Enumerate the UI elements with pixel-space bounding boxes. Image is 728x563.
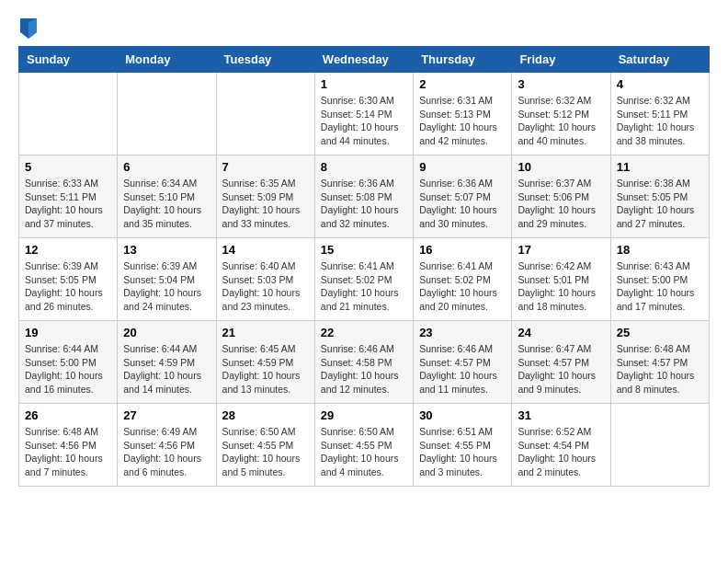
calendar-cell: 23Sunrise: 6:46 AMSunset: 4:57 PMDayligh… bbox=[414, 321, 512, 404]
calendar-cell: 15Sunrise: 6:41 AMSunset: 5:02 PMDayligh… bbox=[314, 238, 413, 321]
day-number: 12 bbox=[25, 243, 111, 257]
day-info: Sunrise: 6:33 AMSunset: 5:11 PMDaylight:… bbox=[25, 177, 111, 231]
day-header-monday: Monday bbox=[118, 47, 216, 73]
week-row-3: 12Sunrise: 6:39 AMSunset: 5:05 PMDayligh… bbox=[19, 238, 710, 321]
day-info: Sunrise: 6:39 AMSunset: 5:05 PMDaylight:… bbox=[25, 259, 111, 314]
day-info: Sunrise: 6:46 AMSunset: 4:58 PMDaylight:… bbox=[321, 342, 407, 396]
day-number: 17 bbox=[518, 243, 604, 257]
calendar-cell: 22Sunrise: 6:46 AMSunset: 4:58 PMDayligh… bbox=[314, 321, 413, 404]
calendar-cell: 3Sunrise: 6:32 AMSunset: 5:12 PMDaylight… bbox=[512, 73, 610, 155]
day-number: 7 bbox=[222, 160, 309, 174]
day-info: Sunrise: 6:50 AMSunset: 4:55 PMDaylight:… bbox=[222, 425, 309, 479]
day-info: Sunrise: 6:47 AMSunset: 4:57 PMDaylight:… bbox=[518, 342, 604, 396]
day-info: Sunrise: 6:38 AMSunset: 5:05 PMDaylight:… bbox=[617, 177, 703, 231]
day-number: 11 bbox=[617, 160, 703, 174]
day-info: Sunrise: 6:32 AMSunset: 5:11 PMDaylight:… bbox=[617, 94, 703, 148]
day-number: 5 bbox=[25, 160, 111, 174]
day-info: Sunrise: 6:30 AMSunset: 5:14 PMDaylight:… bbox=[321, 94, 407, 148]
calendar-cell: 28Sunrise: 6:50 AMSunset: 4:55 PMDayligh… bbox=[216, 404, 314, 487]
calendar-cell: 13Sunrise: 6:39 AMSunset: 5:04 PMDayligh… bbox=[118, 238, 216, 321]
calendar-cell: 5Sunrise: 6:33 AMSunset: 5:11 PMDaylight… bbox=[19, 155, 118, 238]
day-info: Sunrise: 6:50 AMSunset: 4:55 PMDaylight:… bbox=[321, 425, 407, 479]
day-number: 23 bbox=[419, 326, 506, 339]
calendar-cell: 27Sunrise: 6:49 AMSunset: 4:56 PMDayligh… bbox=[118, 404, 216, 487]
day-number: 4 bbox=[617, 77, 703, 91]
calendar-cell: 4Sunrise: 6:32 AMSunset: 5:11 PMDaylight… bbox=[610, 73, 709, 155]
calendar-cell: 19Sunrise: 6:44 AMSunset: 5:00 PMDayligh… bbox=[19, 321, 118, 404]
day-info: Sunrise: 6:39 AMSunset: 5:04 PMDaylight:… bbox=[123, 259, 210, 314]
day-info: Sunrise: 6:35 AMSunset: 5:09 PMDaylight:… bbox=[222, 177, 309, 231]
day-number: 24 bbox=[518, 326, 604, 339]
week-row-2: 5Sunrise: 6:33 AMSunset: 5:11 PMDaylight… bbox=[19, 155, 710, 238]
calendar-cell: 8Sunrise: 6:36 AMSunset: 5:08 PMDaylight… bbox=[314, 155, 413, 238]
calendar-cell: 20Sunrise: 6:44 AMSunset: 4:59 PMDayligh… bbox=[118, 321, 216, 404]
calendar-cell: 24Sunrise: 6:47 AMSunset: 4:57 PMDayligh… bbox=[512, 321, 610, 404]
day-info: Sunrise: 6:36 AMSunset: 5:07 PMDaylight:… bbox=[419, 177, 506, 231]
day-number: 6 bbox=[123, 160, 210, 174]
day-number: 15 bbox=[321, 243, 407, 257]
calendar-cell: 29Sunrise: 6:50 AMSunset: 4:55 PMDayligh… bbox=[314, 404, 413, 487]
day-info: Sunrise: 6:41 AMSunset: 5:02 PMDaylight:… bbox=[321, 259, 407, 314]
day-header-thursday: Thursday bbox=[414, 47, 512, 73]
calendar-cell: 11Sunrise: 6:38 AMSunset: 5:05 PMDayligh… bbox=[610, 155, 709, 238]
calendar-cell: 21Sunrise: 6:45 AMSunset: 4:59 PMDayligh… bbox=[216, 321, 314, 404]
day-info: Sunrise: 6:41 AMSunset: 5:02 PMDaylight:… bbox=[419, 259, 506, 314]
calendar-cell: 6Sunrise: 6:34 AMSunset: 5:10 PMDaylight… bbox=[118, 155, 216, 238]
calendar-cell: 12Sunrise: 6:39 AMSunset: 5:05 PMDayligh… bbox=[19, 238, 118, 321]
calendar-cell: 31Sunrise: 6:52 AMSunset: 4:54 PMDayligh… bbox=[512, 404, 610, 487]
day-info: Sunrise: 6:32 AMSunset: 5:12 PMDaylight:… bbox=[518, 94, 604, 148]
week-row-5: 26Sunrise: 6:48 AMSunset: 4:56 PMDayligh… bbox=[19, 404, 710, 487]
day-number: 13 bbox=[123, 243, 210, 257]
day-number: 10 bbox=[518, 160, 604, 174]
day-info: Sunrise: 6:49 AMSunset: 4:56 PMDaylight:… bbox=[123, 425, 210, 479]
calendar-cell: 25Sunrise: 6:48 AMSunset: 4:57 PMDayligh… bbox=[610, 321, 709, 404]
day-number: 3 bbox=[518, 77, 604, 91]
day-number: 31 bbox=[518, 408, 604, 422]
day-header-saturday: Saturday bbox=[610, 47, 709, 73]
day-number: 18 bbox=[617, 243, 703, 257]
day-number: 25 bbox=[617, 326, 703, 339]
logo-icon bbox=[20, 18, 37, 39]
calendar-cell: 2Sunrise: 6:31 AMSunset: 5:13 PMDaylight… bbox=[414, 73, 512, 155]
calendar-cell bbox=[610, 404, 709, 487]
day-info: Sunrise: 6:37 AMSunset: 5:06 PMDaylight:… bbox=[518, 177, 604, 231]
day-number: 29 bbox=[321, 408, 407, 422]
week-row-4: 19Sunrise: 6:44 AMSunset: 5:00 PMDayligh… bbox=[19, 321, 710, 404]
calendar-cell: 10Sunrise: 6:37 AMSunset: 5:06 PMDayligh… bbox=[512, 155, 610, 238]
day-number: 1 bbox=[321, 77, 407, 91]
calendar-cell: 7Sunrise: 6:35 AMSunset: 5:09 PMDaylight… bbox=[216, 155, 314, 238]
day-info: Sunrise: 6:31 AMSunset: 5:13 PMDaylight:… bbox=[419, 94, 506, 148]
day-info: Sunrise: 6:44 AMSunset: 5:00 PMDaylight:… bbox=[25, 342, 111, 396]
day-number: 27 bbox=[123, 408, 210, 422]
day-header-friday: Friday bbox=[512, 47, 610, 73]
day-header-sunday: Sunday bbox=[19, 47, 118, 73]
day-number: 16 bbox=[419, 243, 506, 257]
day-info: Sunrise: 6:42 AMSunset: 5:01 PMDaylight:… bbox=[518, 259, 604, 314]
calendar-cell: 14Sunrise: 6:40 AMSunset: 5:03 PMDayligh… bbox=[216, 238, 314, 321]
calendar-cell: 17Sunrise: 6:42 AMSunset: 5:01 PMDayligh… bbox=[512, 238, 610, 321]
day-header-tuesday: Tuesday bbox=[216, 47, 314, 73]
calendar-cell bbox=[19, 73, 118, 155]
calendar-cell bbox=[118, 73, 216, 155]
day-info: Sunrise: 6:45 AMSunset: 4:59 PMDaylight:… bbox=[222, 342, 309, 396]
day-number: 14 bbox=[222, 243, 309, 257]
day-number: 21 bbox=[222, 326, 309, 339]
calendar-cell: 18Sunrise: 6:43 AMSunset: 5:00 PMDayligh… bbox=[610, 238, 709, 321]
day-info: Sunrise: 6:40 AMSunset: 5:03 PMDaylight:… bbox=[222, 259, 309, 314]
day-number: 9 bbox=[419, 160, 506, 174]
day-number: 8 bbox=[321, 160, 407, 174]
day-info: Sunrise: 6:52 AMSunset: 4:54 PMDaylight:… bbox=[518, 425, 604, 479]
day-header-wednesday: Wednesday bbox=[314, 47, 413, 73]
day-info: Sunrise: 6:44 AMSunset: 4:59 PMDaylight:… bbox=[123, 342, 210, 396]
calendar-cell: 9Sunrise: 6:36 AMSunset: 5:07 PMDaylight… bbox=[414, 155, 512, 238]
calendar-cell bbox=[216, 73, 314, 155]
day-info: Sunrise: 6:48 AMSunset: 4:57 PMDaylight:… bbox=[617, 342, 703, 396]
calendar-cell: 16Sunrise: 6:41 AMSunset: 5:02 PMDayligh… bbox=[414, 238, 512, 321]
day-info: Sunrise: 6:46 AMSunset: 4:57 PMDaylight:… bbox=[419, 342, 506, 396]
day-info: Sunrise: 6:36 AMSunset: 5:08 PMDaylight:… bbox=[321, 177, 407, 231]
day-number: 30 bbox=[419, 408, 506, 422]
day-number: 2 bbox=[419, 77, 506, 91]
calendar: SundayMondayTuesdayWednesdayThursdayFrid… bbox=[18, 46, 710, 487]
calendar-cell: 26Sunrise: 6:48 AMSunset: 4:56 PMDayligh… bbox=[19, 404, 118, 487]
calendar-cell: 1Sunrise: 6:30 AMSunset: 5:14 PMDaylight… bbox=[314, 73, 413, 155]
